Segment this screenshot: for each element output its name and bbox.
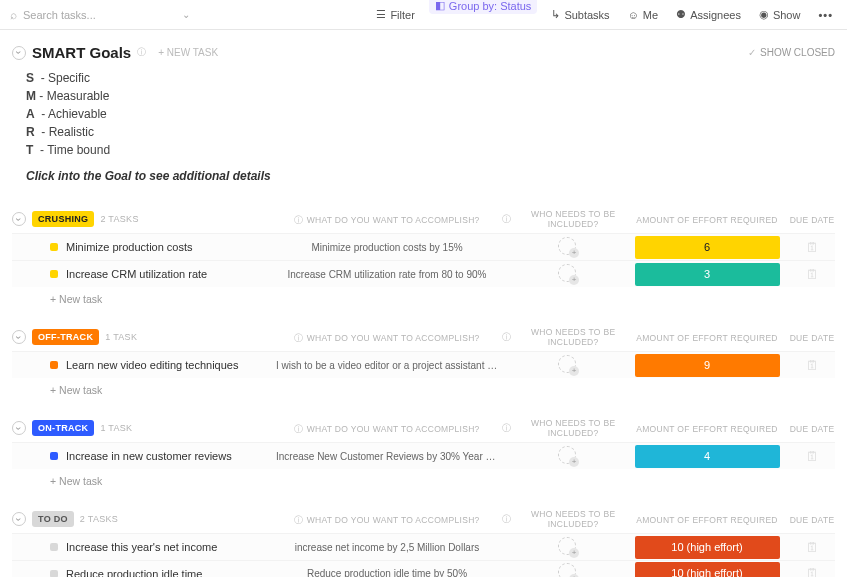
column-header-effort: AMOUNT OF EFFORT REQUIRED xyxy=(632,421,782,435)
task-effort-cell: 6 xyxy=(632,236,782,259)
effort-badge[interactable]: 3 xyxy=(635,263,780,286)
task-accomplish: Minimize production costs by 15% xyxy=(272,242,502,253)
me-button[interactable]: ☺ Me xyxy=(624,7,663,23)
chevron-down-icon[interactable]: ⌄ xyxy=(182,9,190,20)
add-assignee-button[interactable]: + xyxy=(558,355,576,373)
task-group: CRUSHING2 TASKSⓘ WHAT DO YOU WANT TO ACC… xyxy=(12,205,835,305)
show-closed-button[interactable]: ✓ SHOW CLOSED xyxy=(748,47,835,58)
group-header: OFF-TRACK1 TASKⓘ WHAT DO YOU WANT TO ACC… xyxy=(12,323,835,351)
task-row[interactable]: Increase CRM utilization rateIncrease CR… xyxy=(12,260,835,287)
assignees-button[interactable]: ⚉ Assignees xyxy=(672,6,745,23)
hint-text: Click into the Goal to see additional de… xyxy=(26,169,835,183)
column-header-due: DUE DATE xyxy=(782,512,842,526)
collapse-toggle-icon[interactable] xyxy=(12,330,26,344)
group-by-button[interactable]: ◧ Group by: Status xyxy=(429,0,538,14)
task-row[interactable]: Reduce production idle timeReduce produc… xyxy=(12,560,835,577)
new-task-button[interactable]: + New task xyxy=(12,378,835,396)
task-who-cell: + xyxy=(502,237,632,258)
status-pill[interactable]: CRUSHING xyxy=(32,211,94,227)
status-pill[interactable]: OFF-TRACK xyxy=(32,329,99,345)
effort-badge[interactable]: 9 xyxy=(635,354,780,377)
group-header: TO DO2 TASKSⓘ WHAT DO YOU WANT TO ACCOMP… xyxy=(12,505,835,533)
column-header-accomplish: ⓘ WHAT DO YOU WANT TO ACCOMPLISH? xyxy=(272,421,502,436)
groups-container: CRUSHING2 TASKSⓘ WHAT DO YOU WANT TO ACC… xyxy=(12,205,835,577)
status-square-icon[interactable] xyxy=(50,570,58,578)
collapse-toggle-icon[interactable] xyxy=(12,512,26,526)
info-icon: ⓘ xyxy=(294,332,303,345)
column-header-accomplish: ⓘ WHAT DO YOU WANT TO ACCOMPLISH? xyxy=(272,512,502,527)
add-assignee-button[interactable]: + xyxy=(558,446,576,464)
show-button[interactable]: ◉ Show xyxy=(755,6,805,23)
toolbar: ☰ Filter ◧ Group by: Status ↳ Subtasks ☺… xyxy=(372,0,837,32)
group-header-main: TO DO2 TASKS xyxy=(12,511,272,527)
task-count: 2 TASKS xyxy=(100,214,138,224)
info-icon[interactable]: ⓘ xyxy=(137,46,146,59)
new-task-button[interactable]: + New task xyxy=(12,469,835,487)
status-square-icon[interactable] xyxy=(50,361,58,369)
add-assignee-button[interactable]: + xyxy=(558,563,576,577)
task-row[interactable]: Increase in new customer reviewsIncrease… xyxy=(12,442,835,469)
filter-button[interactable]: ☰ Filter xyxy=(372,6,418,23)
task-row[interactable]: Increase this year's net incomeincrease … xyxy=(12,533,835,560)
task-main: Minimize production costs xyxy=(12,241,272,253)
check-icon: ✓ xyxy=(748,47,756,58)
task-who-cell: + xyxy=(502,264,632,285)
assignees-label: Assignees xyxy=(690,9,741,21)
status-square-icon[interactable] xyxy=(50,452,58,460)
calendar-icon: 🗓 xyxy=(806,449,819,464)
column-header-who: ⓘ WHO NEEDS TO BE INCLUDED? xyxy=(502,327,632,347)
subtasks-label: Subtasks xyxy=(564,9,609,21)
collapse-toggle-icon[interactable] xyxy=(12,421,26,435)
person-icon: ☺ xyxy=(628,9,639,21)
new-task-top-button[interactable]: + NEW TASK xyxy=(158,47,218,58)
task-due-cell[interactable]: 🗓 xyxy=(782,240,842,255)
effort-badge[interactable]: 4 xyxy=(635,445,780,468)
info-icon: ⓘ xyxy=(502,213,511,226)
task-due-cell[interactable]: 🗓 xyxy=(782,358,842,373)
plus-icon: + xyxy=(569,548,579,558)
task-accomplish: increase net income by 2,5 Million Dolla… xyxy=(272,542,502,553)
group-header: CRUSHING2 TASKSⓘ WHAT DO YOU WANT TO ACC… xyxy=(12,205,835,233)
show-label: Show xyxy=(773,9,801,21)
add-assignee-button[interactable]: + xyxy=(558,264,576,282)
effort-badge[interactable]: 6 xyxy=(635,236,780,259)
people-icon: ⚉ xyxy=(676,8,686,21)
effort-badge[interactable]: 10 (high effort) xyxy=(635,562,780,577)
status-square-icon[interactable] xyxy=(50,543,58,551)
status-square-icon[interactable] xyxy=(50,270,58,278)
add-assignee-button[interactable]: + xyxy=(558,537,576,555)
task-due-cell[interactable]: 🗓 xyxy=(782,267,842,282)
collapse-toggle-icon[interactable] xyxy=(12,46,26,60)
more-button[interactable]: ••• xyxy=(814,7,837,23)
subtasks-button[interactable]: ↳ Subtasks xyxy=(547,6,613,23)
calendar-icon: 🗓 xyxy=(806,240,819,255)
task-effort-cell: 3 xyxy=(632,263,782,286)
task-who-cell: + xyxy=(502,446,632,467)
status-pill[interactable]: TO DO xyxy=(32,511,74,527)
calendar-icon: 🗓 xyxy=(806,566,819,577)
column-header-effort: AMOUNT OF EFFORT REQUIRED xyxy=(632,330,782,344)
task-row[interactable]: Minimize production costsMinimize produc… xyxy=(12,233,835,260)
column-header-effort: AMOUNT OF EFFORT REQUIRED xyxy=(632,512,782,526)
page-title: SMART Goals xyxy=(32,44,131,61)
collapse-toggle-icon[interactable] xyxy=(12,212,26,226)
me-label: Me xyxy=(643,9,658,21)
info-icon: ⓘ xyxy=(294,423,303,436)
effort-badge[interactable]: 10 (high effort) xyxy=(635,536,780,559)
task-due-cell[interactable]: 🗓 xyxy=(782,540,842,555)
eye-icon: ◉ xyxy=(759,8,769,21)
header-left: SMART Goals ⓘ + NEW TASK xyxy=(12,44,218,61)
group-header-main: OFF-TRACK1 TASK xyxy=(12,329,272,345)
new-task-button[interactable]: + New task xyxy=(12,287,835,305)
status-square-icon[interactable] xyxy=(50,243,58,251)
search-input[interactable] xyxy=(23,9,170,21)
task-due-cell[interactable]: 🗓 xyxy=(782,566,842,577)
header-row: SMART Goals ⓘ + NEW TASK ✓ SHOW CLOSED xyxy=(12,44,835,61)
add-assignee-button[interactable]: + xyxy=(558,237,576,255)
column-header-who: ⓘ WHO NEEDS TO BE INCLUDED? xyxy=(502,209,632,229)
task-due-cell[interactable]: 🗓 xyxy=(782,449,842,464)
status-pill[interactable]: ON-TRACK xyxy=(32,420,94,436)
task-group: OFF-TRACK1 TASKⓘ WHAT DO YOU WANT TO ACC… xyxy=(12,323,835,396)
task-main: Increase in new customer reviews xyxy=(12,450,272,462)
task-row[interactable]: Learn new video editing techniquesI wish… xyxy=(12,351,835,378)
